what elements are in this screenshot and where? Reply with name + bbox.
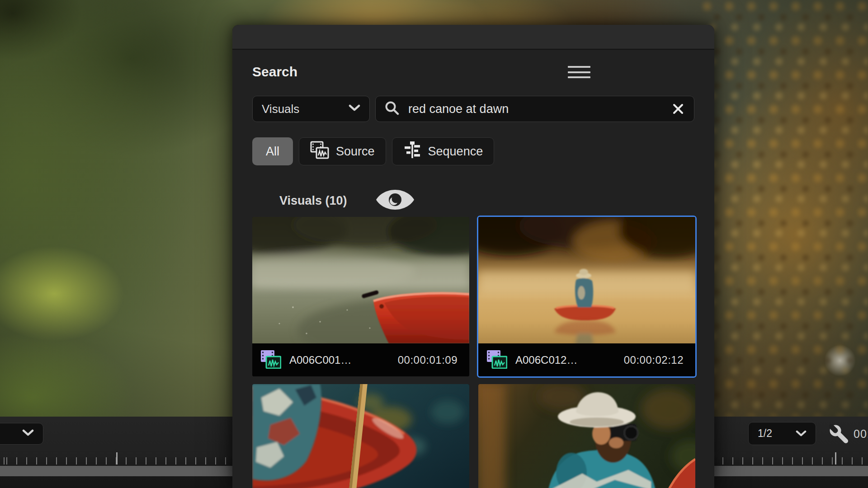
- timeline-left-dropdown[interactable]: [0, 423, 43, 445]
- clip-card-selected[interactable]: A006C012… 00:00:02:12: [478, 217, 695, 376]
- hamburger-icon: [568, 66, 590, 68]
- clip-label-bar: A006C012… 00:00:02:12: [478, 343, 695, 376]
- clip-thumbnail[interactable]: [478, 384, 695, 488]
- panel-menu-button[interactable]: [568, 66, 590, 78]
- clip-name: A006C001…: [289, 354, 351, 366]
- search-icon: [385, 101, 399, 117]
- clip-thumbnail[interactable]: [252, 217, 469, 343]
- ruler-major-tick: [116, 452, 118, 465]
- clip-duration: 00:00:01:09: [398, 354, 458, 366]
- clip-card[interactable]: A006C001… 00:00:01:09: [252, 217, 469, 376]
- eye-icon[interactable]: [375, 189, 415, 212]
- clip-thumbnail[interactable]: [252, 384, 469, 488]
- panel-titlebar[interactable]: [232, 25, 714, 50]
- results-grid: A006C001… 00:00:01:09: [252, 217, 694, 488]
- page-dropdown[interactable]: 1/2: [748, 422, 816, 445]
- filter-all-button[interactable]: All: [252, 137, 293, 165]
- filter-sequence-button[interactable]: Sequence: [392, 137, 495, 165]
- results-count-label: Visuals (10): [279, 194, 347, 208]
- wrench-icon: [829, 424, 849, 446]
- clip-thumbnail[interactable]: [478, 217, 695, 343]
- ruler-major-tick: [835, 452, 836, 465]
- source-clip-icon: [310, 141, 329, 162]
- clip-card[interactable]: [252, 384, 469, 488]
- clip-name: A006C012…: [515, 354, 577, 366]
- clear-search-button[interactable]: [671, 102, 685, 116]
- timeline-settings-button[interactable]: [828, 424, 850, 446]
- premiere-workspace: 1/2 00: Search: [0, 0, 868, 488]
- filter-source-button[interactable]: Source: [299, 137, 386, 165]
- clip-label-bar: A006C001… 00:00:01:09: [252, 343, 469, 376]
- av-clip-icon: [486, 350, 507, 371]
- panel-title: Search: [252, 63, 694, 80]
- search-input[interactable]: [408, 102, 662, 116]
- page-dropdown-value: 1/2: [758, 427, 772, 440]
- search-field[interactable]: [375, 96, 694, 122]
- av-clip-icon: [260, 350, 281, 371]
- search-type-value: Visuals: [262, 102, 299, 116]
- chevron-down-icon: [796, 427, 807, 440]
- search-type-dropdown[interactable]: Visuals: [252, 96, 370, 122]
- timecode-display[interactable]: 00:: [854, 427, 868, 441]
- sequence-icon: [403, 141, 421, 162]
- search-panel: Search Visuals: [232, 25, 714, 488]
- chevron-down-icon: [349, 104, 360, 113]
- clip-card[interactable]: [478, 384, 695, 488]
- chevron-down-icon: [22, 429, 34, 438]
- clip-duration: 00:00:02:12: [624, 354, 684, 366]
